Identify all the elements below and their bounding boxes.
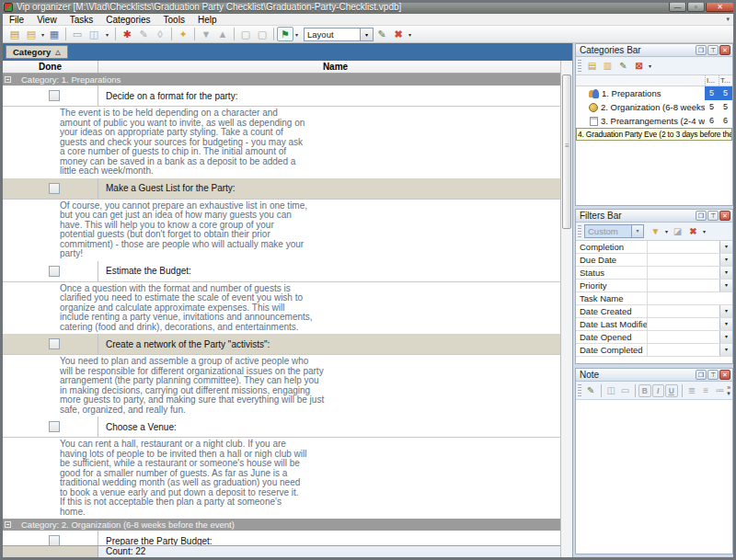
edit-task-icon[interactable]: ✎ xyxy=(135,27,152,41)
task-row[interactable]: Make a Guest List for the Party: xyxy=(3,178,560,200)
group-by-category-button[interactable]: Category △ xyxy=(6,45,68,59)
maximize-button[interactable]: ▫ xyxy=(687,2,705,12)
group-row-organization[interactable]: Category: 2. Organization (6-8 weeks bef… xyxy=(3,519,560,531)
filter-preset-combo[interactable]: Custom ▾ xyxy=(584,224,644,238)
layout-combo-value[interactable]: Layout xyxy=(304,28,361,41)
filter-dropdown-button[interactable]: ▾ xyxy=(719,331,732,343)
edit-category-icon[interactable]: ✎ xyxy=(615,59,631,74)
filter-dropdown-button[interactable]: ▾ xyxy=(719,305,732,317)
filter-value[interactable] xyxy=(648,280,719,291)
menu-overflow-icon[interactable]: ▾ xyxy=(726,16,733,23)
filter-dropdown-icon[interactable]: ▾ xyxy=(663,228,670,234)
pin-panel-icon[interactable]: ⊤ xyxy=(707,45,719,55)
edit-note-icon[interactable]: ✎ xyxy=(584,383,598,398)
delete-layout-icon[interactable]: ✖ xyxy=(390,27,407,41)
filters-overflow-icon[interactable]: ▾ xyxy=(701,228,707,234)
task-checkbox[interactable] xyxy=(49,266,60,277)
menu-tools[interactable]: Tools xyxy=(157,14,191,26)
clear-filter-icon[interactable]: ◪ xyxy=(670,224,685,239)
task-row[interactable]: Decide on a format for the party: xyxy=(3,86,560,107)
categories-col1-header[interactable]: I... xyxy=(705,75,719,86)
print-dropdown-icon[interactable]: ▾ xyxy=(102,31,112,38)
task-row[interactable]: Estimate the Budget: xyxy=(3,261,560,282)
new-checklist-icon[interactable]: ▤ xyxy=(6,27,23,41)
restore-panel-icon[interactable]: ❐ xyxy=(696,45,707,55)
scrollbar-thumb[interactable] xyxy=(562,74,571,229)
column-header-done[interactable]: Done xyxy=(3,61,98,73)
align-center-icon[interactable]: ≡ xyxy=(699,383,713,398)
flag-dropdown-icon[interactable]: ▾ xyxy=(293,31,300,38)
filter-value[interactable] xyxy=(648,267,719,279)
filter-preset-dropdown-icon[interactable]: ▾ xyxy=(632,224,644,238)
layout-overflow-icon[interactable]: ▾ xyxy=(407,31,413,38)
delete-category-icon[interactable]: ⊠ xyxy=(631,59,647,74)
flag-icon[interactable]: ⚑ xyxy=(277,27,293,41)
filter-preset-value[interactable]: Custom xyxy=(584,224,632,238)
menu-view[interactable]: View xyxy=(30,14,63,26)
move-up-icon[interactable]: ▲ xyxy=(214,27,231,41)
menu-help[interactable]: Help xyxy=(191,14,224,26)
task-checkbox[interactable] xyxy=(49,338,60,349)
filter-dropdown-button[interactable]: ▾ xyxy=(719,280,732,291)
category-item-prearrangements[interactable]: 3. Prearrangements (2-4 weeks before 6 6 xyxy=(576,114,732,128)
layout-combo-dropdown-icon[interactable]: ▾ xyxy=(361,28,374,41)
task-checkbox[interactable] xyxy=(49,90,60,101)
close-button[interactable]: ✕ xyxy=(706,2,734,12)
task-checkbox[interactable] xyxy=(49,421,60,432)
layout-combo[interactable]: Layout ▾ xyxy=(304,28,374,41)
filter-value[interactable] xyxy=(648,254,719,266)
note-dropdown-icon[interactable]: ▾ xyxy=(727,391,730,396)
restore-panel-icon[interactable]: ❐ xyxy=(696,370,707,380)
task-checkbox[interactable] xyxy=(49,183,60,194)
task-row[interactable]: Create a network of the Party "activists… xyxy=(3,334,560,355)
expand-icon[interactable]: ▢ xyxy=(237,27,254,41)
highlight-icon[interactable]: ✦ xyxy=(175,27,191,41)
category-item-preparations[interactable]: 1. Preparations 5 5 xyxy=(576,86,732,100)
filter-dropdown-button[interactable]: ▾ xyxy=(719,267,732,279)
import-icon[interactable]: ▦ xyxy=(46,27,63,41)
column-header-name[interactable]: Name xyxy=(98,61,572,73)
filter-value[interactable] xyxy=(648,318,719,330)
align-left-icon[interactable]: ≣ xyxy=(684,383,698,398)
close-panel-icon[interactable]: ✕ xyxy=(719,45,730,55)
bold-icon[interactable]: B xyxy=(638,384,650,397)
filter-dropdown-button[interactable]: ▾ xyxy=(719,344,732,356)
new-page-icon[interactable]: ◫ xyxy=(604,383,618,398)
move-down-icon[interactable]: ▼ xyxy=(198,27,214,41)
close-panel-icon[interactable]: ✕ xyxy=(719,370,730,380)
delete-task-icon[interactable]: ◊ xyxy=(152,27,168,41)
filter-value[interactable] xyxy=(648,292,732,304)
remove-filter-icon[interactable]: ✖ xyxy=(685,224,701,239)
print-icon[interactable]: ▭ xyxy=(69,27,86,41)
open-dropdown-icon[interactable]: ▾ xyxy=(40,31,46,38)
category-item-organization[interactable]: 2. Organization (6-8 weeks before the 5 … xyxy=(576,100,732,114)
collapse-icon[interactable]: ▢ xyxy=(254,27,270,41)
categories-col2-header[interactable]: T... xyxy=(719,75,732,86)
menu-tasks[interactable]: Tasks xyxy=(63,14,100,26)
task-row[interactable]: Choose a Venue: xyxy=(3,417,560,438)
toolbar-grip[interactable] xyxy=(578,60,581,73)
print-note-icon[interactable]: ▭ xyxy=(618,383,632,398)
filter-value[interactable] xyxy=(648,305,719,317)
collapse-group-icon[interactable] xyxy=(5,76,11,83)
bullet-list-icon[interactable]: ≔ xyxy=(713,383,727,398)
new-subcategory-icon[interactable]: ▥ xyxy=(600,59,615,74)
menu-file[interactable]: File xyxy=(3,14,30,26)
edit-layout-icon[interactable]: ✎ xyxy=(374,27,390,41)
toolbar-grip[interactable] xyxy=(578,225,581,238)
menu-categories[interactable]: Categories xyxy=(99,14,156,26)
toolbar-grip[interactable] xyxy=(578,384,581,397)
filter-value[interactable] xyxy=(648,344,719,356)
minimize-button[interactable]: — xyxy=(669,2,686,12)
task-row[interactable]: Prepare the Party Budget: xyxy=(3,531,560,545)
close-panel-icon[interactable]: ✕ xyxy=(719,211,730,221)
pin-panel-icon[interactable]: ⊤ xyxy=(707,370,719,380)
vertical-scrollbar[interactable] xyxy=(560,61,572,557)
print-preview-icon[interactable]: ◫ xyxy=(86,27,102,41)
restore-panel-icon[interactable]: ❐ xyxy=(696,211,707,221)
italic-icon[interactable]: I xyxy=(652,384,664,397)
underline-icon[interactable]: U xyxy=(665,384,677,397)
filter-dropdown-button[interactable]: ▾ xyxy=(719,241,732,253)
filter-dropdown-button[interactable]: ▾ xyxy=(719,318,732,330)
open-checklist-icon[interactable]: ▤ xyxy=(23,27,40,41)
